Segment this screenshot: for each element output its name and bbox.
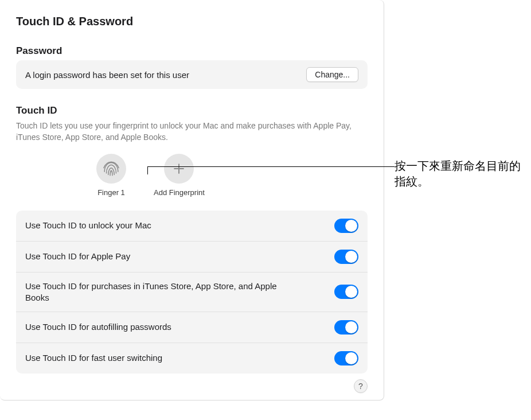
callout-line xyxy=(148,166,395,167)
touch-id-password-panel: Touch ID & Password Password A login pas… xyxy=(0,0,384,400)
option-label: Use Touch ID to unlock your Mac xyxy=(25,220,151,231)
password-section-title: Password xyxy=(16,45,368,57)
option-label: Use Touch ID for purchases in iTunes Sto… xyxy=(25,281,300,304)
add-fingerprint-button[interactable]: Add Fingerprint xyxy=(154,154,205,197)
option-autofill-passwords: Use Touch ID for autofilling passwords xyxy=(16,312,368,343)
fingerprint-label: Finger 1 xyxy=(97,188,125,197)
page-title: Touch ID & Password xyxy=(0,0,384,34)
option-unlock-mac: Use Touch ID to unlock your Mac xyxy=(16,211,368,242)
option-apple-pay: Use Touch ID for Apple Pay xyxy=(16,242,368,273)
content-area: Password A login password has been set f… xyxy=(0,34,384,400)
plus-icon xyxy=(164,154,194,184)
option-label: Use Touch ID for fast user switching xyxy=(25,352,162,364)
touch-id-options-card: Use Touch ID to unlock your Mac Use Touc… xyxy=(16,211,368,374)
password-card: A login password has been set for this u… xyxy=(16,60,368,89)
option-label: Use Touch ID for autofilling passwords xyxy=(25,321,171,333)
annotation-rename-fingerprint: 按一下來重新命名目前的指紋。 xyxy=(395,158,521,189)
change-password-button[interactable]: Change... xyxy=(306,67,358,82)
touch-id-section-title: Touch ID xyxy=(16,105,368,116)
toggle-autofill-passwords[interactable] xyxy=(334,320,358,335)
toggle-apple-pay[interactable] xyxy=(334,250,358,264)
password-status-text: A login password has been set for this u… xyxy=(25,70,189,80)
touch-id-description: Touch ID lets you use your fingerprint t… xyxy=(16,120,368,143)
toggle-unlock-mac[interactable] xyxy=(334,219,358,233)
help-row: ? xyxy=(16,379,368,393)
help-button[interactable]: ? xyxy=(354,379,368,393)
fingerprint-finger-1[interactable]: Finger 1 xyxy=(96,154,126,197)
toggle-purchases[interactable] xyxy=(334,285,358,299)
option-label: Use Touch ID for Apple Pay xyxy=(25,251,130,262)
add-fingerprint-label: Add Fingerprint xyxy=(154,188,205,197)
callout-tick xyxy=(147,166,148,174)
option-purchases: Use Touch ID for purchases in iTunes Sto… xyxy=(16,273,368,313)
fingerprint-row: Finger 1 Add Fingerprint xyxy=(16,154,368,197)
option-fast-user-switching: Use Touch ID for fast user switching xyxy=(16,343,368,374)
fingerprint-icon xyxy=(96,154,126,184)
toggle-fast-user-switching[interactable] xyxy=(334,351,358,365)
